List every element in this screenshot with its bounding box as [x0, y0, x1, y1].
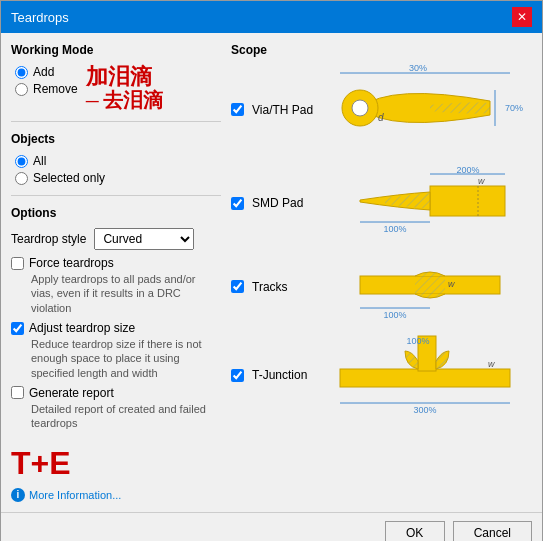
svg-text:d: d — [378, 112, 384, 123]
via-th-label: Via/TH Pad — [252, 103, 322, 117]
options-label: Options — [11, 206, 221, 220]
svg-text:w: w — [478, 176, 485, 186]
svg-point-2 — [352, 100, 368, 116]
smd-label: SMD Pad — [252, 196, 322, 210]
tracks-checkbox[interactable] — [231, 280, 244, 293]
smd-item: SMD Pad — [231, 164, 532, 242]
teardrop-style-select[interactable]: Curved Straight — [94, 228, 194, 250]
right-panel: Scope Via/TH Pad — [231, 43, 532, 502]
adjust-size-desc: Reduce teardrop size if there is not eno… — [31, 337, 221, 380]
via-th-diagram: 30% 70% d — [330, 63, 532, 156]
svg-rect-24 — [340, 369, 510, 387]
scope-label: Scope — [231, 43, 532, 57]
svg-text:300%: 300% — [413, 405, 436, 415]
via-th-item: Via/TH Pad — [231, 63, 532, 156]
smd-diagram: w 100% 200% — [330, 164, 532, 242]
svg-text:100%: 100% — [383, 310, 406, 320]
generate-report-checkbox[interactable]: Generate report — [11, 386, 221, 400]
svg-text:30%: 30% — [409, 63, 427, 73]
t-junction-label: T-Junction — [252, 368, 322, 382]
generate-report-block: Generate report Detailed report of creat… — [11, 386, 221, 431]
title-bar: Teardrops ✕ — [1, 1, 542, 33]
t-junction-checkbox[interactable] — [231, 369, 244, 382]
dialog-footer: OK Cancel — [1, 512, 542, 541]
via-th-checkbox[interactable] — [231, 103, 244, 116]
teardrop-style-row: Teardrop style Curved Straight — [11, 228, 221, 250]
shortcut-annotation: T+E — [11, 445, 221, 482]
tracks-item: Tracks — [231, 250, 532, 323]
working-mode-label: Working Mode — [11, 43, 221, 57]
objects-label: Objects — [11, 132, 221, 146]
radio-remove[interactable]: Remove — [15, 82, 78, 96]
adjust-size-checkbox[interactable]: Adjust teardrop size — [11, 321, 221, 335]
info-icon: i — [11, 488, 25, 502]
t-junction-item: T-Junction — [231, 331, 532, 419]
svg-rect-11 — [430, 186, 505, 216]
left-panel: Working Mode Add Remove 加泪滴 — — [11, 43, 221, 502]
radio-all[interactable]: All — [15, 154, 221, 168]
more-info-link[interactable]: i More Information... — [11, 488, 221, 502]
svg-text:100%: 100% — [406, 336, 429, 346]
teardrop-style-label: Teardrop style — [11, 232, 86, 246]
smd-checkbox[interactable] — [231, 197, 244, 210]
ok-button[interactable]: OK — [385, 521, 445, 541]
separator-2 — [11, 195, 221, 196]
annotation-remove: 去泪滴 — [103, 89, 163, 111]
options-section: Options Teardrop style Curved Straight F… — [11, 206, 221, 430]
svg-text:w: w — [448, 279, 455, 289]
adjust-size-block: Adjust teardrop size Reduce teardrop siz… — [11, 321, 221, 380]
close-button[interactable]: ✕ — [512, 7, 532, 27]
objects-group: All Selected only — [15, 154, 221, 185]
radio-selected[interactable]: Selected only — [15, 171, 221, 185]
dialog-title: Teardrops — [11, 10, 69, 25]
force-teardrops-checkbox[interactable]: Force teardrops — [11, 256, 221, 270]
svg-text:100%: 100% — [383, 224, 406, 234]
t-junction-diagram: w 100% 300% — [330, 331, 532, 419]
teardrops-dialog: Teardrops ✕ Working Mode Add Remove — [0, 0, 543, 541]
working-mode-group: Add Remove — [15, 65, 78, 96]
tracks-label: Tracks — [252, 280, 322, 294]
dialog-body: Working Mode Add Remove 加泪滴 — — [1, 33, 542, 512]
svg-text:200%: 200% — [456, 165, 479, 175]
separator-1 — [11, 121, 221, 122]
force-teardrops-block: Force teardrops Apply teardrops to all p… — [11, 256, 221, 315]
tracks-diagram: w 100% — [330, 250, 532, 323]
svg-text:w: w — [488, 359, 495, 369]
force-teardrops-desc: Apply teardrops to all pads and/or vias,… — [31, 272, 221, 315]
generate-report-desc: Detailed report of created and failed te… — [31, 402, 221, 431]
annotation-add: 加泪滴 — [86, 65, 163, 89]
radio-add[interactable]: Add — [15, 65, 78, 79]
svg-text:70%: 70% — [505, 103, 523, 113]
cancel-button[interactable]: Cancel — [453, 521, 532, 541]
